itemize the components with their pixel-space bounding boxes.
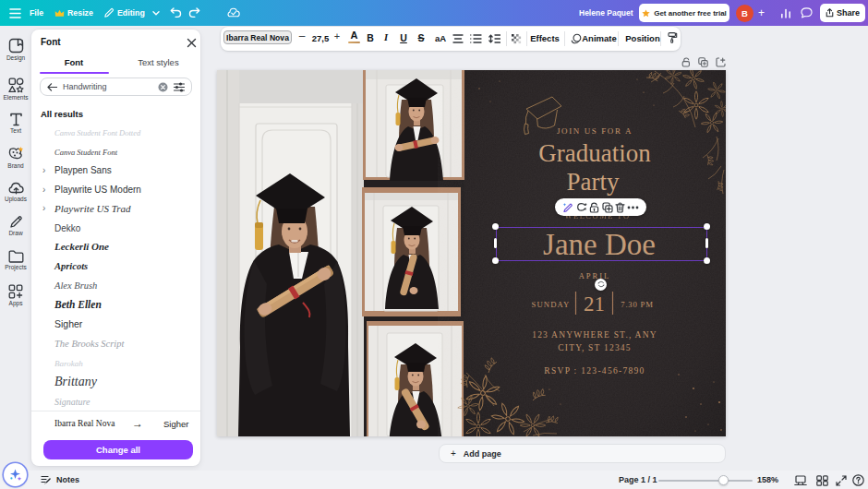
- svg-text:SUNDAY: SUNDAY: [531, 300, 570, 309]
- svg-text:CITY, ST 12345: CITY, ST 12345: [558, 343, 632, 352]
- svg-text:RSVP : 123-456-7890: RSVP : 123-456-7890: [544, 366, 645, 376]
- svg-text:Party: Party: [567, 168, 620, 196]
- svg-text:Graduation: Graduation: [538, 139, 651, 167]
- svg-text:APRIL: APRIL: [579, 271, 611, 280]
- svg-text:7.30 PM: 7.30 PM: [621, 300, 654, 309]
- svg-text:123 ANYWHERE ST., ANY: 123 ANYWHERE ST., ANY: [532, 330, 657, 340]
- svg-text:JOIN US FOR A: JOIN US FOR A: [557, 126, 633, 136]
- svg-text:21: 21: [584, 292, 605, 316]
